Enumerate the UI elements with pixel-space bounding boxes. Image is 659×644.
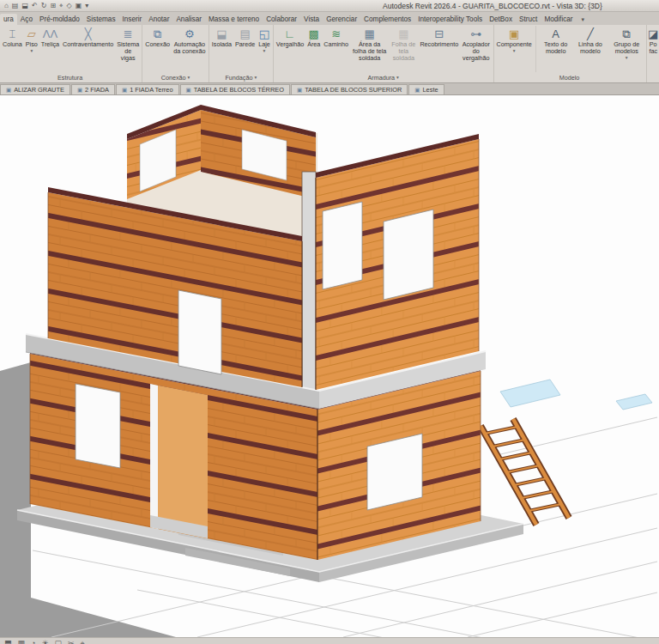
connection-icon: ⧉ (154, 27, 161, 41)
recobrimento-button[interactable]: ⊟ Recobrimento (418, 26, 460, 72)
upper-right-window-1[interactable] (323, 202, 362, 289)
upper-right-window-2[interactable] (384, 210, 433, 300)
ribbon-collapse-icon[interactable]: ▾ (579, 15, 588, 25)
view-tab-bar: ▣ ALIZAR GRAUTE ▣ 2 FIADA ▣ 1 FIADA Terr… (0, 83, 659, 95)
detail-level-icon[interactable]: ▦ (18, 639, 26, 644)
laje-dropdown-icon[interactable]: ▾ (263, 48, 266, 53)
tab-modificar[interactable]: Modificar (541, 14, 576, 25)
area-button[interactable]: ▩ Área (305, 26, 322, 72)
redo-icon[interactable]: ↻ (41, 1, 47, 11)
undo-icon[interactable]: ↶ (32, 1, 38, 11)
tab-massa-e-terreno[interactable]: Massa e terreno (205, 14, 263, 25)
tab-analisar[interactable]: Analisar (172, 14, 205, 25)
area-da-folha-de-tela-soldada-button[interactable]: ▦ Área da folha de tela soldada (350, 26, 389, 72)
panel-label-text: Armadura (367, 74, 395, 82)
tab-complementos[interactable]: Complementos (360, 14, 414, 25)
tab-struct[interactable]: Struct (516, 14, 541, 25)
view-tab-label: TABELA DE BLOCOS TÉRREO (194, 86, 284, 94)
conexao-button[interactable]: ⧉ Conexão (143, 26, 172, 72)
grupo-dropdown-icon[interactable]: ▾ (626, 55, 628, 60)
tab-aco[interactable]: Aço (17, 14, 36, 25)
ribbon: ⌶ Coluna ▱ Piso ▾ ΛΛ Treliça ╳ Contraven… (0, 25, 659, 83)
linha-do-modelo-button[interactable]: ╱ Linha do modelo (573, 26, 608, 72)
open-icon[interactable]: ▤ (12, 1, 19, 11)
view-tab-2-fiada[interactable]: ▣ 2 FIADA (71, 84, 115, 94)
texto-do-modelo-button[interactable]: A Texto do modelo (539, 26, 573, 72)
view-tab-1-fiada-terreo[interactable]: ▣ 1 FIADA Terreo (116, 84, 179, 94)
automacao-da-conexao-button[interactable]: ⚙ Automação da conexão (172, 26, 208, 72)
rebar-icon: ∟ (285, 27, 296, 41)
tab-colaborar[interactable]: Colaborar (263, 14, 300, 25)
scale-icon[interactable]: ⬒ (4, 639, 12, 644)
lower-left-window[interactable] (76, 384, 120, 468)
measure-icon[interactable]: ⌖ (59, 1, 63, 11)
fabric-sheet-icon: ▦ (398, 27, 408, 41)
panel-label-armadura[interactable]: Armadura ▾ (275, 72, 493, 82)
coluna-button[interactable]: ⌶ Coluna (1, 26, 24, 72)
piso-label: Piso (26, 41, 38, 48)
view-tab-label: 2 FIADA (85, 86, 109, 94)
view-tab-tabela-blocos-superior[interactable]: ▣ TABELA DE BLOCOS SUPERIOR (291, 84, 408, 94)
contraventamento-button[interactable]: ╳ Contraventamento (61, 26, 115, 72)
vergalhao-button[interactable]: ∟ Vergalhão (275, 26, 305, 72)
laje-button[interactable]: ◱ Laje ▾ (257, 26, 272, 72)
crop-region-icon[interactable]: ⌖ (81, 639, 85, 644)
tab-sistemas[interactable]: Sistemas (83, 14, 119, 25)
piso-dropdown-icon[interactable]: ▾ (30, 48, 33, 53)
crop-view-icon[interactable]: ✂ (68, 639, 75, 644)
componente-dropdown-icon[interactable]: ▾ (513, 48, 516, 53)
view-tab-leste[interactable]: ▣ Leste (408, 84, 444, 94)
contraventamento-label: Contraventamento (63, 41, 113, 48)
tag-icon[interactable]: ◇ (67, 1, 72, 11)
sun-settings-icon[interactable]: ☀ (41, 639, 48, 644)
panel-label-conexao[interactable]: Conexão ▾ (143, 72, 208, 82)
acoplador-do-vergalhao-button[interactable]: ⊶ Acoplador do vergalhão (460, 26, 492, 72)
view-tab-visualizar-graute[interactable]: ▣ ALIZAR GRAUTE (0, 84, 70, 94)
panel-label-text: Modelo (559, 74, 580, 82)
drawing-area-3d-view[interactable] (0, 95, 659, 637)
tab-detbox[interactable]: DetBox (486, 14, 516, 25)
door-opening[interactable] (150, 384, 208, 538)
ladder[interactable] (481, 419, 569, 525)
panel-arrow-icon: ▾ (396, 75, 399, 80)
isolada-label: Isolada (212, 41, 232, 48)
tab-vista[interactable]: Vista (300, 14, 323, 25)
glass-panel[interactable] (500, 380, 652, 410)
por-face-button-cutoff[interactable]: ◪ Po fac (647, 26, 659, 72)
view-control-bar: ⬒ ▦ ◔ ☀ ▢ ✂ ⌖ (0, 637, 659, 644)
panel-arrow-icon: ▾ (254, 75, 257, 80)
visual-style-icon[interactable]: ◔ (31, 639, 35, 644)
3d-scene[interactable] (0, 95, 659, 637)
tab-inserir[interactable]: Inserir (119, 14, 146, 25)
corner-column[interactable] (302, 172, 316, 390)
piso-button[interactable]: ▱ Piso ▾ (24, 26, 39, 72)
caminho-button[interactable]: ≋ Caminho (322, 26, 350, 72)
upper-left-window[interactable] (178, 290, 221, 374)
isolada-button[interactable]: ⬓ Isolada (210, 26, 233, 72)
panel-label-fundacao[interactable]: Fundação ▾ (210, 72, 272, 82)
print-icon[interactable]: ⊞ (50, 1, 56, 11)
componente-button[interactable]: ▣ Componente ▾ (495, 26, 536, 72)
default-3d-view-icon[interactable]: ▣ (76, 1, 82, 11)
laje-label: Laje (258, 41, 270, 48)
tab-anotar[interactable]: Anotar (145, 14, 172, 25)
tab-pre-moldado[interactable]: Pré-moldado (36, 14, 83, 25)
shadows-icon[interactable]: ▢ (55, 639, 63, 644)
tab-interoperability-tools[interactable]: Interoperability Tools (414, 14, 486, 25)
lower-right-window[interactable] (367, 434, 422, 510)
rebar-coupler-icon: ⊶ (470, 27, 481, 41)
grupo-de-modelos-button[interactable]: ⧉ Grupo de modelos ▾ (608, 26, 645, 72)
trelica-button[interactable]: ΛΛ Treliça (39, 26, 61, 72)
tab-gerenciar[interactable]: Gerenciar (323, 14, 360, 25)
parede-button[interactable]: ▤ Parede (233, 26, 257, 72)
panel-label-modelo[interactable]: Modelo (495, 72, 646, 82)
qat-customize-icon[interactable]: ▾ (85, 1, 88, 11)
tab-estrutura[interactable]: ura (0, 14, 17, 25)
save-icon[interactable]: ⬓ (21, 1, 28, 11)
foundation-slab-icon: ◱ (259, 27, 269, 41)
app-home-icon[interactable]: ⌂ (4, 1, 9, 11)
sistema-de-vigas-button[interactable]: ≣ Sistema de vigas (115, 26, 141, 72)
view-icon: ▣ (186, 87, 191, 94)
panel-label-estrutura[interactable]: Estrutura (1, 72, 141, 82)
view-tab-tabela-blocos-terreo[interactable]: ▣ TABELA DE BLOCOS TÉRREO (180, 84, 290, 94)
